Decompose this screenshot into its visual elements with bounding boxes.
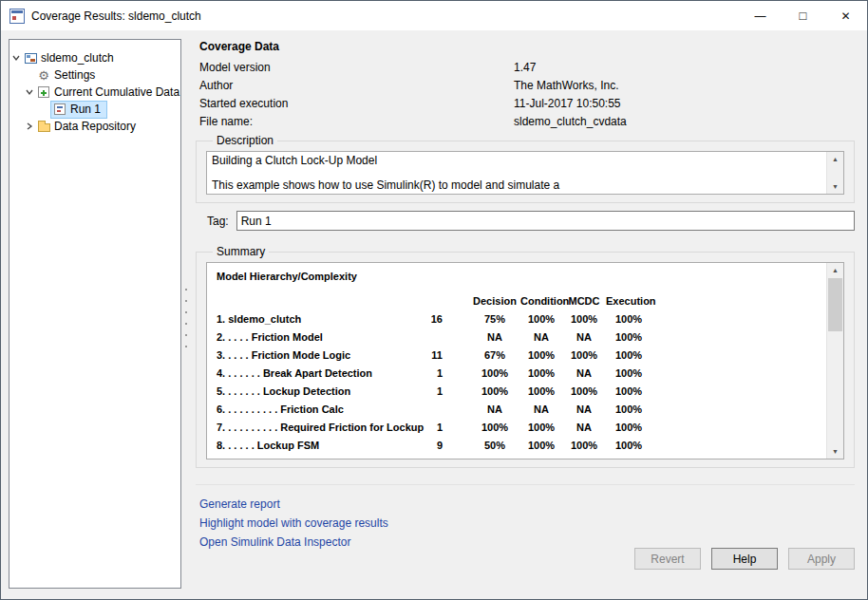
pane-splitter[interactable] [184,289,188,347]
table-row: 6. . . . . . . . . . Friction Calc NA NA… [217,400,827,418]
field-label: Author [199,79,514,92]
table-row: 7. . . . . . . . . . Required Friction f… [217,418,827,436]
gear-icon: ⚙ [36,69,51,82]
table-row: 5. . . . . . . Lockup Detection 1 100% 1… [217,382,827,400]
chevron-down-icon[interactable] [9,53,23,63]
tag-row: Tag: [196,211,855,231]
results-tree: sldemo_clutch ⚙ Settings Current Cumulat… [9,39,181,589]
tree-item-settings[interactable]: ⚙ Settings [9,66,180,84]
coverage-data-pane: Coverage Data Model version 1.47 Author … [196,30,855,599]
maximize-button[interactable]: □ [782,1,824,30]
pane-heading: Coverage Data [199,40,855,53]
link-generate-report[interactable]: Generate report [199,495,855,514]
tree-item-label: Run 1 [67,102,104,118]
table-row: 1. sldemo_clutch 16 75% 100% 100% 100% [217,309,827,328]
window-title: Coverage Results: sldemo_clutch [31,9,201,23]
table-row: 3. . . . . Friction Mode Logic 11 67% 10… [217,346,827,364]
tree-item-current-cumulative-data[interactable]: Current Cumulative Data [9,84,180,101]
description-scrollbar[interactable]: ▲ ▼ [826,152,843,194]
coverage-app-icon [9,9,25,24]
tag-label: Tag: [207,215,229,228]
field-started-execution: Started execution 11-Jul-2017 10:50:55 [196,94,855,112]
tree-item-run1[interactable]: Run 1 [9,101,180,118]
tree-item-label: Data Repository [51,119,140,135]
summary-table-content: Model Hierarchy/Complexity Decision Cond… [207,263,827,459]
dialog-body: sldemo_clutch ⚙ Settings Current Cumulat… [1,30,867,599]
hierarchy-header: Model Hierarchy/Complexity [217,271,827,285]
tree-item-data-repository[interactable]: Data Repository [9,118,180,135]
scroll-up-icon[interactable]: ▲ [827,152,843,166]
link-highlight-model[interactable]: Highlight model with coverage results [199,514,855,533]
col-decision: Decision [444,295,520,307]
description-textarea[interactable]: Building a Clutch Lock-Up Model This exa… [206,151,844,195]
tree-item-label: sldemo_clutch [38,50,118,66]
field-value: sldemo_clutch_cvdata [514,115,627,128]
folder-icon [36,122,51,132]
summary-legend: Summary [213,245,269,258]
scroll-down-icon[interactable]: ▼ [827,444,843,459]
help-button[interactable]: Help [711,548,778,570]
table-row: 2. . . . . Friction Model NA NA NA 100% [217,328,827,346]
field-label: File name: [199,115,514,128]
field-value: 1.47 [514,61,536,74]
table-row: 8. . . . . . Lockup FSM 9 50% 100% 100% … [217,436,827,454]
summary-table: Model Hierarchy/Complexity Decision Cond… [206,262,844,459]
chevron-down-icon[interactable] [23,87,36,97]
close-button[interactable]: ✕ [824,1,867,30]
scroll-up-icon[interactable]: ▲ [827,263,843,277]
scroll-down-icon[interactable]: ▼ [827,179,843,194]
description-group: Description Building a Clutch Lock-Up Mo… [196,134,855,203]
scrollbar-thumb[interactable] [828,278,842,331]
tree-item-label: Current Cumulative Data [51,84,181,101]
coverage-results-window: Coverage Results: sldemo_clutch — □ ✕ sl… [0,0,868,600]
field-value: 11-Jul-2017 10:50:55 [514,97,621,110]
revert-button[interactable]: Revert [634,548,701,570]
window-controls: — □ ✕ [739,1,867,30]
minimize-button[interactable]: — [739,1,782,30]
summary-scrollbar[interactable]: ▲ ▼ [826,263,843,459]
field-value: The MathWorks, Inc. [514,79,618,92]
apply-button[interactable]: Apply [788,548,855,570]
model-icon [23,53,38,64]
tree-selection: Run 1 [51,102,106,118]
tag-input[interactable] [236,211,855,231]
chevron-right-icon[interactable] [23,122,36,131]
field-file-name: File name: sldemo_clutch_cvdata [196,112,855,130]
field-author: Author The MathWorks, Inc. [196,76,855,94]
field-label: Model version [199,61,514,74]
tree-item-label: Settings [51,67,99,84]
field-label: Started execution [199,97,514,110]
metadata-fields: Model version 1.47 Author The MathWorks,… [196,58,855,130]
table-header-row: Decision Condition MCDC Execution [217,291,827,309]
tree-item-sldemo-clutch[interactable]: sldemo_clutch [9,49,180,66]
run-icon [52,103,67,115]
description-text: Building a Clutch Lock-Up Model This exa… [212,154,822,192]
description-legend: Description [213,134,277,147]
cumulative-data-icon [36,86,51,98]
field-model-version: Model version 1.47 [196,58,855,76]
col-mcdc: MCDC [562,295,606,307]
dialog-buttons: Revert Help Apply [634,548,855,570]
col-execution: Execution [606,295,651,307]
title-bar[interactable]: Coverage Results: sldemo_clutch — □ ✕ [1,1,867,30]
action-links: Generate report Highlight model with cov… [196,484,855,552]
table-row: 4. . . . . . . Break Apart Detection 1 1… [217,364,827,382]
summary-group: Summary Model Hierarchy/Complexity Decis… [196,245,855,468]
col-condition: Condition [520,295,562,307]
